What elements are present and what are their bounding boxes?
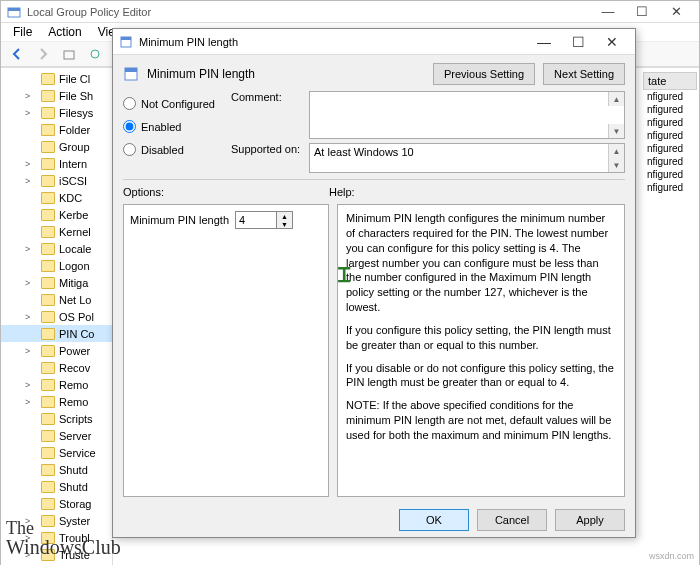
option-value-input[interactable] [235, 211, 277, 229]
expand-icon[interactable]: > [25, 380, 30, 390]
tree-item[interactable]: Shutd [1, 478, 112, 495]
radio-disabled-label: Disabled [141, 144, 184, 156]
radio-enabled[interactable]: Enabled [123, 120, 223, 133]
tree-item[interactable]: >Mitiga [1, 274, 112, 291]
tree-item[interactable]: >iSCSI [1, 172, 112, 189]
radio-not-configured-input[interactable] [123, 97, 136, 110]
expand-icon[interactable]: > [25, 91, 30, 101]
tree-item[interactable]: File Cl [1, 70, 112, 87]
supported-scroll[interactable]: ▲▼ [608, 144, 624, 172]
option-spinner: ▲ ▼ [235, 211, 293, 229]
tree-item[interactable]: Server [1, 427, 112, 444]
tree-item[interactable]: >Remo [1, 393, 112, 410]
tree-item[interactable]: Recov [1, 359, 112, 376]
next-setting-button[interactable]: Next Setting [543, 63, 625, 85]
back-button[interactable] [5, 42, 29, 66]
expand-icon[interactable]: > [25, 346, 30, 356]
expand-icon[interactable]: > [25, 550, 30, 560]
tree-item[interactable]: Storag [1, 495, 112, 512]
radio-disabled-input[interactable] [123, 143, 136, 156]
radio-not-configured[interactable]: Not Configured [123, 97, 223, 110]
spin-down-icon[interactable]: ▼ [277, 220, 292, 228]
expand-icon[interactable]: > [25, 312, 30, 322]
tree-item-label: Intern [59, 158, 87, 170]
expand-icon[interactable]: > [25, 278, 30, 288]
state-cell[interactable]: nfigured [643, 129, 697, 142]
minimize-button[interactable]: — [591, 1, 625, 23]
tree-item[interactable]: Folder [1, 121, 112, 138]
folder-icon [41, 328, 55, 340]
tree-item[interactable]: >Remo [1, 376, 112, 393]
state-cell[interactable]: nfigured [643, 116, 697, 129]
expand-icon[interactable]: > [25, 244, 30, 254]
dialog-maximize-button[interactable]: ☐ [561, 29, 595, 55]
tree-item[interactable]: Shutd [1, 461, 112, 478]
tree-item[interactable]: PIN Co [1, 325, 112, 342]
options-label: Options: [123, 186, 329, 198]
settings-list: tate nfigurednfigurednfigurednfigurednfi… [643, 72, 697, 194]
spin-up-icon[interactable]: ▲ [277, 212, 292, 220]
tree-item[interactable]: >File Sh [1, 87, 112, 104]
menu-file[interactable]: File [5, 23, 40, 41]
comment-textarea[interactable]: ▲▼ [309, 91, 625, 139]
folder-icon [41, 413, 55, 425]
expand-icon[interactable]: > [25, 397, 30, 407]
state-cell[interactable]: nfigured [643, 142, 697, 155]
state-cell[interactable]: nfigured [643, 168, 697, 181]
tree-item[interactable]: >Syster [1, 512, 112, 529]
expand-icon[interactable]: > [25, 516, 30, 526]
folder-icon [41, 430, 55, 442]
tree-item[interactable]: >Truste [1, 546, 112, 563]
tree-panel[interactable]: File Cl>File Sh>FilesysFolderGroup>Inter… [1, 68, 113, 565]
state-column-header[interactable]: tate [643, 72, 697, 90]
state-cell[interactable]: nfigured [643, 103, 697, 116]
previous-setting-button[interactable]: Previous Setting [433, 63, 535, 85]
state-cell[interactable]: nfigured [643, 90, 697, 103]
tree-item[interactable]: Group [1, 138, 112, 155]
tree-item[interactable]: Logon [1, 257, 112, 274]
tree-item[interactable]: Kerbe [1, 206, 112, 223]
tree-item[interactable]: >Locale [1, 240, 112, 257]
tree-item[interactable]: Service [1, 444, 112, 461]
tree-item[interactable]: >Intern [1, 155, 112, 172]
tree-item[interactable]: >Power [1, 342, 112, 359]
radio-enabled-input[interactable] [123, 120, 136, 133]
dialog-minimize-button[interactable]: — [527, 29, 561, 55]
forward-button[interactable] [31, 42, 55, 66]
tree-item[interactable]: Scripts [1, 410, 112, 427]
radio-disabled[interactable]: Disabled [123, 143, 223, 156]
comment-scroll[interactable]: ▲▼ [608, 92, 624, 138]
folder-icon [41, 158, 55, 170]
apply-button[interactable]: Apply [555, 509, 625, 531]
expand-icon[interactable]: > [25, 176, 30, 186]
tree-item-label: Group [59, 141, 90, 153]
folder-icon [41, 464, 55, 476]
refresh-button[interactable] [83, 42, 107, 66]
cancel-button[interactable]: Cancel [477, 509, 547, 531]
svg-rect-2 [64, 51, 74, 59]
tree-item[interactable]: KDC [1, 189, 112, 206]
svg-rect-6 [121, 37, 131, 40]
maximize-button[interactable]: ☐ [625, 1, 659, 23]
folder-icon [41, 532, 55, 544]
folder-icon [41, 107, 55, 119]
spinner-buttons[interactable]: ▲ ▼ [277, 211, 293, 229]
tree-item[interactable]: Kernel [1, 223, 112, 240]
menu-action[interactable]: Action [40, 23, 89, 41]
main-titlebar: Local Group Policy Editor — ☐ ✕ [1, 1, 699, 23]
tree-item[interactable]: >OS Pol [1, 308, 112, 325]
tree-item[interactable]: Net Lo [1, 291, 112, 308]
state-cell[interactable]: nfigured [643, 181, 697, 194]
radio-not-configured-label: Not Configured [141, 98, 215, 110]
tree-item[interactable]: >Filesys [1, 104, 112, 121]
tree-item[interactable]: >Troubl [1, 529, 112, 546]
state-cell[interactable]: nfigured [643, 155, 697, 168]
expand-icon[interactable]: > [25, 533, 30, 543]
tree-item-label: Locale [59, 243, 91, 255]
expand-icon[interactable]: > [25, 108, 30, 118]
dialog-close-button[interactable]: ✕ [595, 29, 629, 55]
expand-icon[interactable]: > [25, 159, 30, 169]
up-button[interactable] [57, 42, 81, 66]
ok-button[interactable]: OK [399, 509, 469, 531]
close-button[interactable]: ✕ [659, 1, 693, 23]
